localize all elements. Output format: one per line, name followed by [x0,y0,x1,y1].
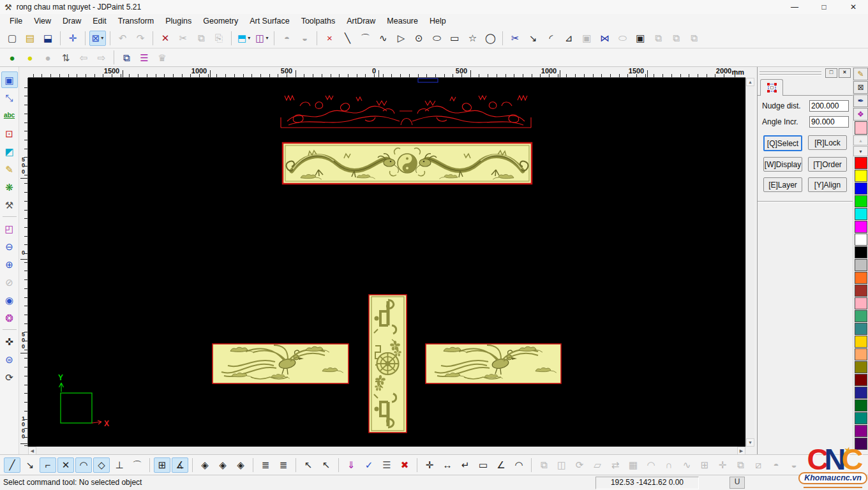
view-3d-dropdown-icon[interactable]: ▾ [248,35,250,41]
text-tool-icon[interactable]: abc [1,107,18,124]
view-next-icon[interactable]: ⇨ [93,50,110,65]
redo-icon[interactable]: ↷ [132,31,149,46]
draw-point-icon[interactable]: × [321,31,338,46]
color-picker-icon[interactable]: ✒ [853,94,868,107]
qselect-button[interactable]: [Q]Select [763,135,802,151]
snap-center-icon[interactable]: ◠ [75,457,92,473]
color-swatch-0[interactable] [855,157,867,169]
apply-check-icon[interactable]: ✓ [361,457,377,473]
chamfer-icon[interactable]: ⊿ [560,31,577,46]
menu-measure[interactable]: Measure [381,15,424,27]
relief-shield-icon[interactable]: ◒ [296,31,313,46]
paste-icon[interactable]: ⎘ [211,31,227,46]
panel-close-button[interactable]: × [839,68,851,78]
open-file-icon[interactable]: ▤ [22,31,38,46]
view-wireframe-dropdown-icon[interactable]: ▾ [266,35,268,41]
select-tool-dropdown-icon[interactable]: ▾ [101,35,103,41]
align-stack-icon[interactable]: ≣ [257,457,274,473]
measure-arc-icon[interactable]: ◠ [511,457,527,473]
refresh-view-icon[interactable]: ⟳ [1,369,18,385]
draw-polygon-icon[interactable]: ▷ [393,31,409,46]
elayer-button[interactable]: [E]Layer [763,177,802,192]
color-swatch-18[interactable] [855,387,867,399]
color-swatch-6[interactable] [855,234,867,246]
color-swatch-9[interactable] [855,272,867,284]
undo-icon[interactable]: ↶ [114,31,131,46]
expand-fit-icon[interactable]: ⊞ [696,457,713,473]
node-snap-2-icon[interactable]: ◈ [214,457,231,473]
trim-icon[interactable]: ✂ [507,31,523,46]
angle-increment-input[interactable] [809,116,849,128]
capsule-icon[interactable]: ⬭ [614,31,631,46]
layer-manager-icon[interactable]: ☰ [136,50,153,65]
snap-grid-icon[interactable]: ⊞ [154,457,170,473]
array-grid-icon[interactable]: ▦ [625,457,641,473]
snap-crosshair-icon[interactable]: ✛ [64,31,81,46]
panel-maximize-button[interactable]: □ [825,68,837,78]
no-color-icon[interactable]: ⊠ [853,81,868,94]
zoom-ratio-icon[interactable]: ⊜ [1,351,18,368]
contour-tool-icon[interactable]: ⊡ [1,125,18,142]
menu-view[interactable]: View [28,15,57,27]
menu-plugins[interactable]: Plugins [160,15,197,27]
array-rotate-icon[interactable]: ⟳ [571,457,588,473]
color-swatch-3[interactable] [855,195,867,207]
offset-rings-icon[interactable]: ▣ [632,31,648,46]
show-all-icon[interactable]: ● [4,50,20,65]
fill-tool-icon[interactable]: ◩ [1,143,18,160]
group-icon[interactable]: ⧉ [732,457,749,473]
color-swatch-10[interactable] [855,285,867,297]
nc-drill-icon[interactable]: ⚒ [1,197,18,213]
array-flip-icon[interactable]: ⇄ [607,457,624,473]
node-edit-icon[interactable]: ⤡ [1,89,18,106]
color-swatch-17[interactable] [855,374,867,386]
select-tool-icon[interactable]: ⊠▾ [89,31,106,46]
menu-file[interactable]: File [4,15,28,27]
copy-icon[interactable]: ⧉ [193,31,209,46]
snap-tangent-icon[interactable]: ⌒ [129,457,146,473]
dragon-relief-panel[interactable] [283,143,532,184]
zoom-out-icon[interactable]: ⊖ [1,238,18,255]
art-tool-icon[interactable]: ♛ [154,50,170,65]
color-swatch-14[interactable] [855,336,867,348]
measure-path-icon[interactable]: ↵ [457,457,474,473]
node-snap-3-icon[interactable]: ◈ [232,457,249,473]
delete-icon[interactable]: ✕ [157,31,174,46]
close-button[interactable]: ✕ [839,0,868,14]
measure-angle-icon[interactable]: ∠ [493,457,509,473]
brush-tool-icon[interactable]: ✎ [1,161,18,177]
menu-help[interactable]: Help [424,15,452,27]
wdisplay-button[interactable]: [W]Display [763,157,802,172]
pan-view-icon[interactable]: ✜ [1,333,18,350]
snap-intersection-icon[interactable]: ✕ [57,457,74,473]
draw-arc-icon[interactable]: ⌒ [357,31,373,46]
color-swatch-4[interactable] [855,208,867,220]
relief-lamp-icon[interactable]: ❋ [1,179,18,195]
measure-rect-icon[interactable]: ▭ [475,457,491,473]
fillet-icon[interactable]: ◜ [542,31,559,46]
yalign-button[interactable]: [Y]Align [808,177,847,192]
mirror-merge-icon[interactable]: ⋈ [596,31,613,46]
draw-rectangle-icon[interactable]: ▭ [446,31,463,46]
view-3d-icon[interactable]: ⬒▾ [236,31,252,46]
torder-button[interactable]: [T]Order [808,157,847,172]
array-skew-icon[interactable]: ▱ [589,457,606,473]
drawing-canvas[interactable]: Y X [28,78,745,447]
color-swatch-7[interactable] [855,246,867,258]
new-file-icon[interactable]: ▢ [4,31,20,46]
copy-paste-3-icon[interactable]: ⧉ [685,31,702,46]
color-swatch-13[interactable] [855,323,867,335]
menu-edit[interactable]: Edit [87,15,112,27]
color-swatch-16[interactable] [855,361,867,373]
color-swatch-8[interactable] [855,259,867,271]
menu-transform[interactable]: Transform [112,15,160,27]
vertical-scrollbar[interactable]: ▲ ▼ [745,78,754,447]
measure-point-icon[interactable]: ✛ [421,457,438,473]
palette-scroll-down-icon[interactable]: ▼ [853,146,868,156]
array-copy-icon[interactable]: ⧉ [535,457,552,473]
draw-star-icon[interactable]: ☆ [464,31,481,46]
fit-arc-icon[interactable]: ◠ [643,457,659,473]
fit-arc-array-icon[interactable]: ∩ [661,457,677,473]
center-align-icon[interactable]: ✛ [714,457,731,473]
palette-scroll-up-icon[interactable]: ▲ [853,135,868,145]
